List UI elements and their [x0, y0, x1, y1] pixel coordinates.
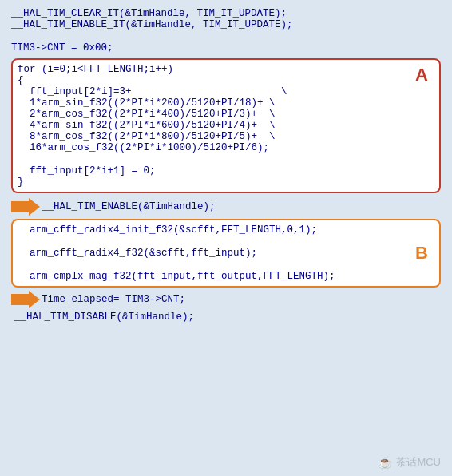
enable-arrow-row: __HAL_TIM_ENABLE(&TimHandle); [11, 198, 441, 216]
box-a-line-0: for (i=0;i<FFT_LENGTH;i++) [18, 64, 434, 75]
box-a-line-9: } [18, 177, 434, 188]
box-a-line-4: 2*arm_cos_f32((2*PI*i*400)/5120+PI/3)+ \ [18, 109, 434, 120]
time-line: Time_elapsed= TIM3->CNT; [42, 294, 185, 305]
box-a: A for (i=0;i<FFT_LENGTH;i++) { fft_input… [11, 58, 441, 193]
enable-line: __HAL_TIM_ENABLE(&TimHandle); [42, 201, 216, 212]
orange-arrow-1 [11, 198, 40, 216]
box-b: B arm_cfft_radix4_init_f32(&scfft,FFT_LE… [11, 219, 441, 288]
watermark-icon: ☕ [378, 455, 393, 470]
box-b-line-2: arm_cmplx_mag_f32(fft_input,fft_output,F… [18, 271, 434, 282]
main-container: __HAL_TIM_CLEAR_IT(&TimHandle, TIM_IT_UP… [0, 0, 452, 476]
orange-arrow-2 [11, 291, 40, 308]
disable-line: __HAL_TIM_DISABLE(&TimHandle); [11, 311, 441, 323]
box-a-line-2: fft_input[2*i]=3+ \ [18, 86, 434, 97]
code-line-2: __HAL_TIM_ENABLE_IT(&TimHandle, TIM_IT_U… [11, 19, 441, 30]
svg-marker-1 [11, 291, 40, 308]
box-a-line-3: 1*arm_sin_f32((2*PI*i*200)/5120+PI/18)+ … [18, 97, 434, 109]
box-a-line-8: fft_input[2*i+1] = 0; [18, 165, 434, 177]
box-b-line-1: arm_cfft_radix4_f32(&scfft,fft_input); [18, 248, 434, 259]
code-line-1: __HAL_TIM_CLEAR_IT(&TimHandle, TIM_IT_UP… [11, 8, 441, 19]
watermark: ☕ 茶话MCU [378, 455, 441, 470]
watermark-text: 茶话MCU [396, 455, 441, 470]
svg-marker-0 [11, 198, 40, 216]
box-a-line-7: 16*arm_cos_f32((2*PI*i*1000)/5120+PI/6); [18, 142, 434, 153]
box-a-line-1: { [18, 75, 434, 86]
top-lines: __HAL_TIM_CLEAR_IT(&TimHandle, TIM_IT_UP… [11, 8, 441, 54]
box-b-line-0: arm_cfft_radix4_init_f32(&scfft,FFT_LENG… [18, 224, 434, 236]
box-a-line-6: 8*arm_cos_f32((2*PI*i*800)/5120+PI/5)+ \ [18, 131, 434, 142]
box-a-label: A [415, 65, 428, 85]
time-arrow-row: Time_elapsed= TIM3->CNT; [11, 291, 441, 308]
code-line-3: TIM3->CNT = 0x00; [11, 42, 441, 54]
box-a-line-5: 4*arm_sin_f32((2*PI*i*600)/5120+PI/4)+ \ [18, 120, 434, 131]
box-b-label: B [415, 243, 428, 264]
